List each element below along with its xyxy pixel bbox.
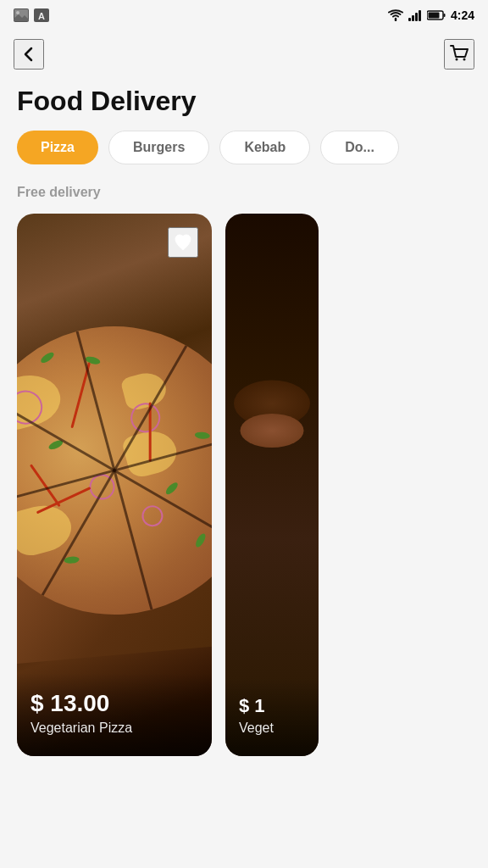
- wifi-icon: [388, 9, 403, 21]
- back-button[interactable]: [14, 39, 44, 70]
- svg-point-14: [463, 58, 466, 61]
- food-cards-row: $ 13.00 Vegetarian Pizza $ 1 Veget: [0, 214, 488, 756]
- cart-button[interactable]: [444, 39, 474, 70]
- status-icons-right: 4:24: [388, 8, 474, 22]
- svg-rect-6: [408, 18, 411, 21]
- section-label: Free delivery: [0, 181, 488, 214]
- page-title: Food Delivery: [0, 78, 488, 131]
- card-background-2: [225, 214, 319, 756]
- card-price-1: $ 13.00: [30, 690, 198, 717]
- card-name-2: Veget: [239, 721, 305, 736]
- svg-point-13: [456, 58, 458, 61]
- nav-bar: [0, 31, 488, 78]
- heart-icon-1: [173, 232, 193, 253]
- card-info-1: $ 13.00 Vegetarian Pizza: [17, 673, 212, 756]
- card-name-1: Vegetarian Pizza: [30, 721, 198, 736]
- pizza-image: [17, 294, 212, 647]
- photo-icon: [14, 8, 29, 22]
- time-display: 4:24: [451, 8, 474, 22]
- svg-rect-12: [443, 14, 445, 17]
- card-info-2: $ 1 Veget: [225, 678, 319, 756]
- cart-icon: [448, 43, 470, 65]
- accessibility-icon: A: [34, 8, 49, 22]
- tab-burgers[interactable]: Burgers: [108, 131, 209, 164]
- signal-icon: [408, 9, 422, 21]
- svg-point-2: [16, 11, 19, 14]
- svg-rect-9: [419, 10, 421, 21]
- svg-rect-8: [415, 13, 418, 21]
- food-card-2[interactable]: $ 1 Veget: [225, 214, 319, 756]
- tab-donuts[interactable]: Do...: [320, 131, 399, 164]
- tab-pizza[interactable]: Pizza: [17, 131, 98, 164]
- bowl-inner: [241, 414, 304, 448]
- back-arrow-icon: [19, 44, 39, 64]
- svg-text:A: A: [38, 11, 45, 21]
- battery-icon: [427, 10, 446, 20]
- status-icons-left: A: [14, 8, 49, 22]
- favorite-button-1[interactable]: [168, 227, 198, 258]
- svg-rect-7: [412, 15, 414, 21]
- food-card-1[interactable]: $ 13.00 Vegetarian Pizza: [17, 214, 212, 756]
- svg-rect-11: [428, 13, 439, 19]
- tab-kebab[interactable]: Kebab: [219, 131, 310, 164]
- card-price-2: $ 1: [239, 695, 305, 717]
- status-bar: A 4:24: [0, 0, 488, 31]
- category-tabs: Pizza Burgers Kebab Do...: [0, 131, 488, 181]
